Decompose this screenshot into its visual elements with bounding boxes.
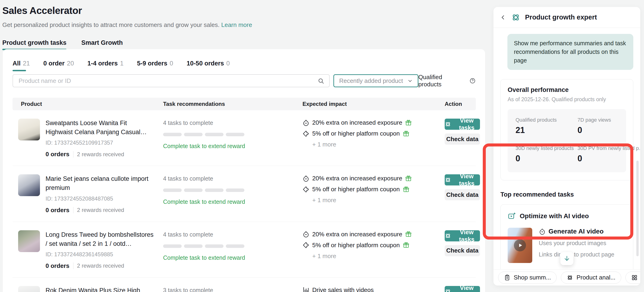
more-chip[interactable]: More — [626, 272, 640, 284]
impact-item: 20% extra on increased exposure — [302, 175, 445, 182]
extend-reward-link[interactable]: Complete task to extend reward — [163, 199, 302, 205]
tasks-to-complete: 4 tasks to complete — [163, 230, 302, 238]
table-row: Marie Set jeans celana cullote import pr… — [12, 166, 476, 222]
atom-icon — [511, 13, 520, 22]
view-tasks-button[interactable]: View tasks — [445, 119, 480, 130]
tasks-to-complete: 4 tasks to complete — [163, 174, 302, 182]
task-progress-bars — [163, 189, 302, 192]
chevron-down-icon — [407, 78, 413, 84]
stat-30d-newly-listed: 30D newly listed products 0 — [516, 145, 574, 163]
gift-icon — [402, 130, 410, 137]
rewards-received: 2 rewards received — [77, 263, 124, 269]
coupon-icon — [302, 130, 310, 137]
assistant-title: Product growth expert — [525, 13, 597, 21]
stat-7d-page-views: 7D page views 0 — [578, 117, 640, 135]
filter-5-9-orders[interactable]: 5-9 orders0 — [137, 60, 173, 71]
product-image[interactable] — [18, 174, 40, 196]
product-title[interactable]: Long Dress Tweed by bombshellstores / se… — [46, 230, 154, 248]
atom-icon — [445, 121, 451, 127]
overall-performance-subtitle: As of 2025-12-26. Qualified products onl… — [508, 96, 626, 103]
product-title[interactable]: Sweatpants Loose Wanita Fit Highwaist Ce… — [46, 119, 154, 137]
qualified-products-label: Qualified products — [418, 74, 476, 88]
product-id: ID: 1733724552109917357 — [46, 139, 154, 146]
grid-icon — [631, 274, 638, 281]
impact-item: 5% off or higher platform coupon — [302, 186, 445, 193]
product-image[interactable] — [18, 286, 40, 292]
flame-icon — [539, 228, 546, 235]
extend-reward-link[interactable]: Complete task to extend reward — [163, 254, 302, 261]
table-header: Product Task recommendations Expected im… — [12, 98, 476, 110]
product-id: ID: 1733724552088487085 — [46, 195, 154, 202]
coupon-icon — [302, 242, 310, 249]
page-header: Sales Accelerator Get personalized produ… — [2, 5, 252, 50]
product-stats: 0 orders2 rewards received — [46, 262, 154, 270]
learn-more-link[interactable]: Learn more — [221, 21, 252, 28]
back-chevron-icon[interactable] — [500, 14, 506, 21]
gift-icon — [405, 119, 412, 126]
ai-video-thumbnail[interactable] — [508, 228, 532, 263]
search-box — [12, 74, 330, 87]
product-title[interactable]: Marie Set jeans celana cullote import pr… — [46, 174, 154, 192]
sort-dropdown[interactable]: Recently added product — [334, 74, 418, 87]
product-title[interactable]: Rok Denim Wanita Plus Size High Waist Sl… — [46, 286, 154, 292]
tab-smart-growth[interactable]: Smart Growth — [81, 39, 123, 50]
sort-dropdown-value: Recently added product — [339, 77, 403, 84]
ai-video-title: Optimize with AI video — [520, 212, 589, 220]
scrollbar-thumb[interactable] — [636, 161, 639, 256]
assistant-footer: Shop summ...Product anal...More — [494, 269, 640, 286]
rewards-received: 2 rewards received — [77, 207, 124, 213]
table-row: Sweatpants Loose Wanita Fit Highwaist Ce… — [12, 110, 476, 166]
flame-icon — [302, 231, 310, 238]
user-message-bubble: Show me performance summaries and task r… — [508, 34, 633, 70]
filter-10-50-orders[interactable]: 10-50 orders0 — [186, 60, 230, 71]
task-progress-bars — [163, 133, 302, 136]
product-image[interactable] — [18, 119, 40, 140]
qualified-products-text: Qualified products — [418, 74, 467, 88]
search-icon[interactable] — [318, 77, 324, 84]
tab-product-growth-tasks[interactable]: Product growth tasks — [2, 39, 66, 50]
product-anal-chip[interactable]: Product anal... — [561, 272, 621, 284]
filter-all[interactable]: All21 — [12, 60, 30, 71]
view-tasks-button[interactable]: View tasks — [445, 174, 480, 185]
coupon-icon — [302, 186, 310, 193]
product-growth-panel: All210 order201-4 orders15-9 orders010-5… — [3, 49, 485, 292]
product-stats: 0 orders2 rewards received — [46, 151, 154, 158]
product-image[interactable] — [18, 230, 40, 252]
assistant-body: Show me performance summaries and task r… — [494, 28, 640, 270]
extend-reward-link[interactable]: Complete task to extend reward — [163, 143, 302, 149]
column-header-product: Product — [12, 101, 163, 107]
help-circle-icon[interactable] — [469, 77, 476, 84]
table-row: Rok Denim Wanita Plus Size High Waist Sl… — [12, 278, 476, 292]
impact-item: 20% extra on increased exposure — [302, 119, 445, 126]
orders-count: 0 orders — [46, 207, 70, 214]
check-data-button[interactable]: Check data — [445, 245, 480, 256]
impact-item: 5% off or higher platform coupon — [302, 130, 445, 137]
flame-icon — [302, 175, 310, 182]
page-subtitle-text: Get personalized product insights to att… — [2, 21, 220, 28]
check-data-button[interactable]: Check data — [445, 189, 480, 200]
atom-icon — [445, 177, 451, 183]
assistant-panel: Product growth expert Show me performanc… — [494, 7, 640, 286]
scroll-down-button[interactable] — [560, 252, 573, 265]
top-recommended-tasks-title: Top recommended tasks — [500, 191, 633, 198]
view-tasks-button[interactable]: View tasks — [445, 230, 480, 241]
task-progress-bars — [163, 245, 302, 248]
filter-1-4-orders[interactable]: 1-4 orders1 — [87, 60, 124, 71]
impact-item: + 1 more — [302, 141, 445, 148]
search-input[interactable] — [12, 74, 330, 87]
clipboard-icon — [504, 274, 510, 281]
filter-0-order[interactable]: 0 order20 — [44, 60, 74, 71]
tasks-to-complete: 3 tasks to complete — [163, 286, 302, 292]
order-filters: All210 order201-4 orders15-9 orders010-5… — [3, 49, 485, 71]
impact-item: Drive sales with videos — [302, 287, 445, 292]
tasks-to-complete: 4 tasks to complete — [163, 119, 302, 126]
rewards-received: 2 rewards received — [77, 151, 124, 158]
atom-icon — [445, 288, 451, 292]
atom-icon — [567, 274, 573, 281]
stat-qualified-products: Qualified products 21 — [516, 117, 574, 135]
play-icon — [514, 239, 526, 251]
gift-icon — [402, 186, 410, 193]
check-data-button[interactable]: Check data — [445, 133, 480, 145]
shop-summ-chip[interactable]: Shop summ... — [498, 272, 557, 284]
view-tasks-button[interactable]: View tasks — [445, 286, 480, 292]
